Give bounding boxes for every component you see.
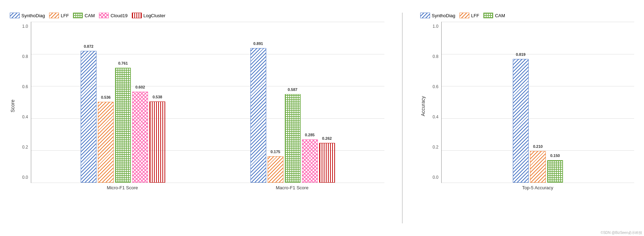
grid-line — [442, 183, 634, 183]
bar: 0.150 — [547, 160, 563, 183]
legend-label: SynthoDiag — [21, 13, 45, 18]
bar-col: 0.262 — [319, 143, 335, 183]
right-plot-area: 0.8190.2100.150 Top-5 Accuracy — [441, 22, 634, 190]
bar-col: 0.538 — [149, 101, 165, 183]
bar-col: 0.819 — [513, 59, 529, 183]
bar-value-label: 0.285 — [305, 133, 315, 137]
bar: 0.210 — [530, 151, 546, 183]
bar-col: 0.285 — [302, 139, 318, 183]
bar-col: 0.761 — [115, 68, 131, 183]
legend-label: SynthoDiag — [432, 13, 455, 18]
legend-item: SynthoDiag — [10, 13, 45, 18]
left-chart-area: Score 1.00.80.60.40.20.0 0.8720.5360.761… — [10, 22, 384, 190]
legend-color-box — [73, 13, 83, 18]
y-tick: 0.2 — [22, 145, 28, 150]
y-axis-ticks: 1.00.80.60.40.20.0 — [17, 22, 31, 190]
y-tick: 0.0 — [22, 175, 28, 180]
legend-item: CAM — [73, 13, 95, 18]
y-tick: 1.0 — [432, 24, 438, 29]
right-y-axis-label: Accuracy — [420, 22, 426, 190]
legend-color-box — [132, 13, 142, 18]
bar-group: 0.8720.5360.7610.6020.538 — [81, 51, 165, 183]
y-tick: 0.6 — [432, 84, 438, 89]
legend-item: LFF — [459, 13, 479, 18]
charts-container: SynthoDiagLFFCAMCloud19LogCluster Score … — [6, 6, 638, 230]
legend-color-box — [10, 13, 20, 18]
left-bar-groups: 0.8720.5360.7610.6020.5380.8910.1750.587… — [31, 22, 384, 183]
legend-label: LFF — [471, 13, 479, 18]
y-tick: 0.4 — [22, 114, 28, 119]
legend-label: CAM — [495, 13, 505, 18]
right-legend: SynthoDiagLFFCAM — [420, 13, 634, 18]
right-y-axis-section: Accuracy 1.00.80.60.40.20.0 — [420, 22, 441, 190]
legend-color-box — [99, 13, 109, 18]
bar-value-label: 0.602 — [135, 85, 145, 89]
chart-divider — [402, 13, 403, 223]
bar: 0.587 — [285, 94, 301, 183]
right-x-labels: Top-5 Accuracy — [441, 183, 634, 190]
bar-col: 0.872 — [81, 51, 96, 183]
bar: 0.262 — [319, 143, 335, 183]
left-plot-area: 0.8720.5360.7610.6020.5380.8910.1750.587… — [31, 22, 384, 190]
y-tick: 0.4 — [432, 114, 438, 119]
y-axis-label: Score — [10, 22, 15, 190]
watermark: ©SDN @BizSeen必示科技 — [601, 230, 642, 235]
left-bars-grid: 0.8720.5360.7610.6020.5380.8910.1750.587… — [31, 22, 384, 183]
bar-value-label: 0.536 — [101, 95, 111, 99]
legend-label: Cloud19 — [110, 13, 127, 18]
x-axis-label: Macro-F1 Score — [276, 185, 308, 190]
right-bar-groups: 0.8190.2100.150 — [442, 22, 634, 183]
legend-color-box — [459, 13, 469, 18]
bar-value-label: 0.150 — [550, 153, 560, 158]
bar: 0.891 — [250, 48, 266, 183]
legend-color-box — [483, 13, 493, 18]
right-chart: SynthoDiagLFFCAM Accuracy 1.00.80.60.40.… — [420, 13, 634, 190]
bar: 0.175 — [268, 156, 283, 183]
bar-value-label: 0.872 — [84, 44, 94, 48]
bar-col: 0.602 — [132, 92, 148, 183]
y-tick: 1.0 — [22, 24, 28, 29]
x-axis-label: Top-5 Accuracy — [522, 185, 553, 190]
bar: 0.536 — [98, 102, 114, 183]
legend-item: LogCluster — [132, 13, 166, 18]
y-axis-section: Score 1.00.80.60.40.20.0 — [10, 22, 31, 190]
bar-value-label: 0.175 — [270, 150, 280, 154]
y-tick: 0.8 — [22, 54, 28, 59]
bar-group: 0.8190.2100.150 — [513, 59, 563, 183]
legend-item: CAM — [483, 13, 505, 18]
bar: 0.819 — [513, 59, 529, 183]
bar-value-label: 0.819 — [516, 52, 526, 57]
bar-value-label: 0.262 — [322, 136, 332, 140]
y-tick: 0.2 — [432, 145, 438, 150]
left-x-labels: Micro-F1 ScoreMacro-F1 Score — [31, 183, 384, 190]
bar: 0.538 — [149, 101, 165, 183]
legend-label: CAM — [85, 13, 95, 18]
x-axis-label: Micro-F1 Score — [107, 185, 138, 190]
bar: 0.602 — [132, 92, 148, 183]
legend-color-box — [420, 13, 430, 18]
legend-color-box — [49, 13, 59, 18]
legend-item: Cloud19 — [99, 13, 127, 18]
legend-item: LFF — [49, 13, 69, 18]
bar: 0.872 — [81, 51, 96, 183]
bar-value-label: 0.210 — [533, 144, 543, 149]
bar-col: 0.587 — [285, 94, 301, 183]
bar: 0.285 — [302, 139, 318, 183]
bar: 0.761 — [115, 68, 131, 183]
bar-col: 0.175 — [268, 156, 283, 183]
bar-value-label: 0.538 — [153, 95, 162, 99]
bar-group: 0.8910.1750.5870.2850.262 — [250, 48, 335, 183]
bar-col: 0.150 — [547, 160, 563, 183]
y-tick: 0.8 — [432, 54, 438, 59]
right-bars-grid: 0.8190.2100.150 — [441, 22, 634, 183]
y-tick: 0.6 — [22, 84, 28, 89]
legend-label: LFF — [61, 13, 69, 18]
bar-value-label: 0.761 — [118, 61, 128, 65]
legend-label: LogCluster — [143, 13, 166, 18]
right-y-axis-ticks: 1.00.80.60.40.20.0 — [427, 22, 441, 190]
bar-value-label: 0.587 — [288, 87, 297, 92]
bar-value-label: 0.891 — [253, 41, 263, 46]
y-tick: 0.0 — [432, 175, 438, 180]
grid-line — [31, 183, 384, 183]
right-chart-area: Accuracy 1.00.80.60.40.20.0 0.8190.2100.… — [420, 22, 634, 190]
